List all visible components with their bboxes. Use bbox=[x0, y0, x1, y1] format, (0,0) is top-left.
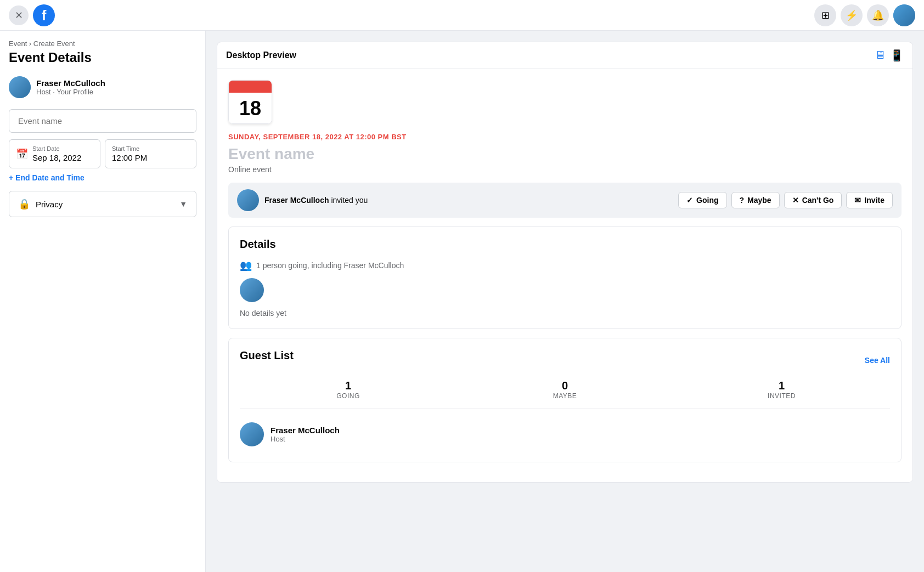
main-layout: Event › Create Event Event Details Frase… bbox=[0, 31, 924, 572]
host-row: Fraser McCulloch Host · Your Profile bbox=[9, 76, 196, 98]
start-date-value: Sep 18, 2022 bbox=[32, 153, 81, 162]
maybe-stat: 0 MAYBE bbox=[457, 380, 673, 400]
page-title: Event Details bbox=[9, 50, 196, 65]
top-navigation: ✕ f ⊞ ⚡ 🔔 bbox=[0, 0, 924, 31]
preview-header: Desktop Preview 🖥 📱 bbox=[217, 42, 912, 69]
going-label: Going bbox=[696, 196, 718, 205]
guest-row: Fraser McCulloch Host bbox=[240, 418, 890, 451]
messenger-button[interactable]: ⚡ bbox=[841, 4, 863, 26]
invited-text: Fraser McCulloch invited you bbox=[264, 196, 368, 205]
tablet-icon[interactable]: 📱 bbox=[890, 49, 904, 62]
invited-avatar bbox=[237, 189, 259, 211]
close-icon: ✕ bbox=[15, 9, 23, 21]
calendar-day: 18 bbox=[229, 93, 272, 124]
lock-icon: 🔒 bbox=[18, 198, 30, 210]
messenger-icon: ⚡ bbox=[846, 9, 858, 21]
profile-avatar-nav[interactable] bbox=[893, 4, 915, 26]
going-button[interactable]: ✓ Going bbox=[678, 192, 726, 208]
cant-go-label: Can't Go bbox=[802, 196, 834, 205]
host-avatar bbox=[9, 76, 31, 98]
calendar-icon: 📅 bbox=[16, 148, 28, 160]
invite-icon: ✉ bbox=[854, 196, 861, 205]
invited-stat-number: 1 bbox=[673, 380, 890, 392]
right-panel: Desktop Preview 🖥 📱 18 SUNDAY, SEPTEMBER… bbox=[206, 31, 924, 572]
event-date-text: SUNDAY, SEPTEMBER 18, 2022 AT 12:00 PM B… bbox=[228, 133, 902, 141]
invited-left: Fraser McCulloch invited you bbox=[237, 189, 368, 211]
maybe-button[interactable]: ? Maybe bbox=[731, 192, 780, 208]
privacy-field[interactable]: 🔒 Privacy ▼ bbox=[9, 191, 196, 217]
host-info: Fraser McCulloch Host · Your Profile bbox=[36, 78, 105, 96]
rsvp-buttons: ✓ Going ? Maybe ✕ Can't Go ✉ bbox=[678, 192, 893, 208]
fb-logo-area: ✕ f bbox=[9, 4, 55, 26]
invite-button[interactable]: ✉ Invite bbox=[846, 192, 893, 208]
preview-container: Desktop Preview 🖥 📱 18 SUNDAY, SEPTEMBER… bbox=[217, 42, 913, 483]
start-date-label: Start Date bbox=[32, 145, 81, 152]
guest-info: Fraser McCulloch Host bbox=[271, 426, 340, 443]
bell-icon: 🔔 bbox=[872, 9, 884, 21]
guest-name: Fraser McCulloch bbox=[271, 426, 340, 435]
close-button[interactable]: ✕ bbox=[9, 5, 29, 25]
guest-stats: 1 GOING 0 MAYBE 1 INVITED bbox=[240, 380, 890, 409]
invited-stat: 1 INVITED bbox=[673, 380, 890, 400]
calendar-large-icon: 18 bbox=[228, 80, 272, 124]
preview-device-icons: 🖥 📱 bbox=[875, 49, 904, 62]
details-guest-avatar bbox=[240, 278, 264, 302]
maybe-stat-number: 0 bbox=[457, 380, 673, 392]
guest-list-header: Guest List See All bbox=[240, 349, 890, 371]
going-stat-number: 1 bbox=[240, 380, 457, 392]
event-type: Online event bbox=[228, 165, 902, 174]
going-count-row: 👥 1 person going, including Fraser McCul… bbox=[240, 259, 890, 271]
maybe-label: Maybe bbox=[747, 196, 771, 205]
privacy-label: Privacy bbox=[36, 200, 63, 209]
going-check-icon: ✓ bbox=[686, 196, 693, 205]
event-preview: 18 SUNDAY, SEPTEMBER 18, 2022 AT 12:00 P… bbox=[217, 69, 912, 482]
maybe-stat-label: MAYBE bbox=[457, 392, 673, 400]
fb-letter: f bbox=[42, 7, 47, 24]
desktop-icon[interactable]: 🖥 bbox=[875, 49, 886, 62]
invite-label: Invite bbox=[864, 196, 884, 205]
end-date-link[interactable]: + End Date and Time bbox=[9, 173, 84, 182]
start-time-field[interactable]: Start Time 12:00 PM bbox=[105, 139, 196, 168]
grid-menu-button[interactable]: ⊞ bbox=[814, 4, 836, 26]
host-subtitle: Host · Your Profile bbox=[36, 88, 105, 96]
cant-go-icon: ✕ bbox=[792, 196, 799, 205]
maybe-icon: ? bbox=[740, 196, 745, 205]
event-name-input[interactable] bbox=[9, 109, 196, 133]
no-details-text: No details yet bbox=[240, 309, 890, 318]
chevron-down-icon: ▼ bbox=[179, 200, 187, 208]
see-all-link[interactable]: See All bbox=[865, 356, 890, 365]
breadcrumb: Event › Create Event bbox=[9, 39, 196, 48]
nav-icons: ⊞ ⚡ 🔔 bbox=[814, 4, 915, 26]
date-time-row: 📅 Start Date Sep 18, 2022 Start Time 12:… bbox=[9, 139, 196, 168]
going-count-text: 1 person going, including Fraser McCullo… bbox=[256, 261, 404, 270]
people-icon: 👥 bbox=[240, 259, 252, 271]
invited-stat-label: INVITED bbox=[673, 392, 890, 400]
guest-list-section: Guest List See All 1 GOING 0 MAYBE bbox=[228, 338, 902, 462]
details-title: Details bbox=[240, 238, 890, 251]
inviter-name: Fraser McCulloch bbox=[264, 196, 329, 205]
start-time-value: 12:00 PM bbox=[112, 153, 189, 162]
cant-go-button[interactable]: ✕ Can't Go bbox=[784, 192, 842, 208]
guest-role: Host bbox=[271, 435, 340, 443]
facebook-logo[interactable]: f bbox=[33, 4, 55, 26]
left-sidebar: Event › Create Event Event Details Frase… bbox=[0, 31, 206, 572]
guest-avatar bbox=[240, 422, 264, 446]
details-section: Details 👥 1 person going, including Fras… bbox=[228, 226, 902, 329]
invited-suffix: invited you bbox=[331, 196, 368, 205]
invited-bar: Fraser McCulloch invited you ✓ Going ? M… bbox=[228, 183, 902, 218]
grid-icon: ⊞ bbox=[821, 9, 830, 21]
start-date-field[interactable]: 📅 Start Date Sep 18, 2022 bbox=[9, 139, 100, 168]
event-name-preview: Event name bbox=[228, 145, 902, 163]
start-time-label: Start Time bbox=[112, 145, 189, 152]
going-stat: 1 GOING bbox=[240, 380, 457, 400]
privacy-left: 🔒 Privacy bbox=[18, 198, 63, 210]
preview-title: Desktop Preview bbox=[226, 50, 296, 60]
host-name: Fraser McCulloch bbox=[36, 78, 105, 88]
guest-list-title: Guest List bbox=[240, 349, 294, 362]
event-name-field bbox=[9, 109, 196, 133]
going-stat-label: GOING bbox=[240, 392, 457, 400]
notifications-button[interactable]: 🔔 bbox=[867, 4, 889, 26]
